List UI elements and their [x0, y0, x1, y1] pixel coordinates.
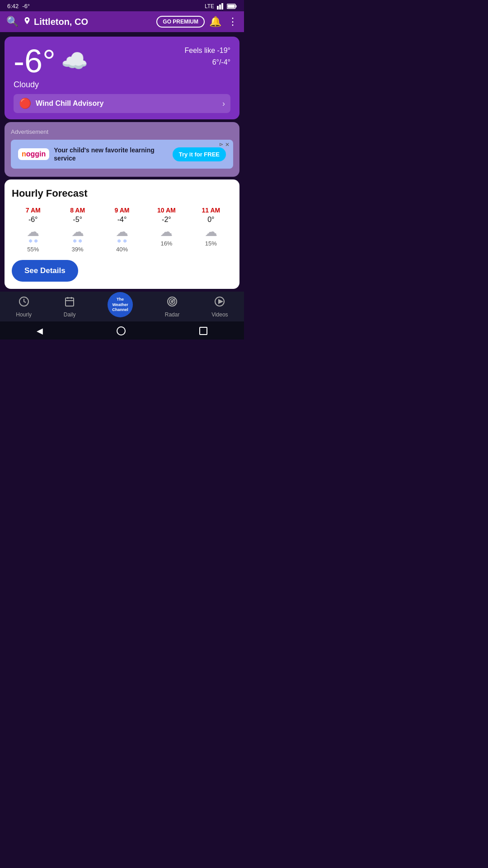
hour-precip: 40% [116, 246, 128, 253]
hourly-item: 7 AM-6°☁❄ ❄55% [12, 207, 54, 253]
svg-marker-0 [217, 6, 219, 9]
svg-rect-7 [66, 298, 74, 306]
nav-item-radar[interactable]: Radar [165, 296, 180, 318]
videos-play-icon [214, 296, 225, 310]
hourly-item: 11 AM0°☁15% [190, 207, 232, 253]
hour-precip: 39% [72, 246, 84, 253]
hour-precip: 16% [160, 240, 172, 247]
hour-label: 11 AM [202, 207, 220, 214]
hourly-item: 9 AM-4°☁❄ ❄40% [101, 207, 143, 253]
location-display[interactable]: Littleton, CO [23, 17, 152, 27]
hourly-item: 8 AM-5°☁❄ ❄39% [56, 207, 99, 253]
ad-text: Your child's new favorite learning servi… [54, 146, 172, 162]
hour-cloud-icon: ☁ [205, 226, 217, 238]
hourly-grid: 7 AM-6°☁❄ ❄55%8 AM-5°☁❄ ❄39%9 AM-4°☁❄ ❄4… [12, 207, 232, 253]
feels-like: Feels like -19° [184, 45, 230, 57]
header-action-icons: 🔔 ⋮ [209, 16, 238, 28]
high-low: 6°/-4° [184, 57, 230, 68]
ad-close-icon[interactable]: ✕ [225, 142, 230, 148]
current-temperature: -6° [14, 45, 56, 77]
location-icon [23, 17, 31, 26]
ad-flag-icon: ⊳ [219, 142, 223, 147]
ad-cta-button[interactable]: Try it for FREE [173, 147, 226, 161]
daily-calendar-icon [64, 296, 75, 310]
hour-label: 7 AM [26, 207, 41, 214]
lte-indicator: LTE [205, 3, 214, 9]
android-navigation-bar: ◀ [0, 321, 244, 340]
hourly-item: 10 AM-2°☁16% [145, 207, 188, 253]
hour-label: 10 AM [157, 207, 176, 214]
hour-temp: 0° [207, 216, 214, 224]
hourly-forecast-title: Hourly Forecast [12, 188, 232, 199]
hour-label: 8 AM [70, 207, 85, 214]
hour-temp: -2° [162, 216, 171, 224]
hourly-clock-icon [19, 296, 29, 310]
status-bar: 6:42 -6° LTE [0, 0, 244, 11]
weather-condition-label: Cloudy [14, 80, 230, 90]
current-weather-card: -6° ☁️ Feels like -19° 6°/-4° Cloudy 🔴 W… [5, 37, 239, 119]
android-back-button[interactable]: ◀ [37, 326, 43, 336]
weather-channel-home-button[interactable]: TheWeatherChannel [108, 292, 133, 317]
battery-icon [227, 4, 237, 9]
nav-hourly-label: Hourly [16, 311, 32, 318]
hour-temp: -6° [28, 216, 38, 224]
noggin-logo: noggin [18, 148, 49, 160]
ad-label: Advertisement [11, 128, 233, 135]
hour-temp: -4° [117, 216, 127, 224]
nav-item-hourly[interactable]: Hourly [16, 296, 32, 318]
go-premium-button[interactable]: GO PREMIUM [156, 16, 205, 28]
see-details-button[interactable]: See Details [12, 260, 78, 282]
more-options-icon[interactable]: ⋮ [228, 16, 238, 28]
snow-icon: ❄ ❄ [73, 238, 82, 244]
snow-icon: ❄ ❄ [28, 238, 38, 244]
advertisement-section: Advertisement noggin Your child's new fa… [5, 122, 239, 177]
advisory-banner[interactable]: 🔴 Wind Chill Advisory › [14, 94, 230, 113]
ad-banner[interactable]: noggin Your child's new favorite learnin… [11, 140, 233, 169]
android-home-button[interactable] [117, 326, 126, 335]
bottom-navigation: Hourly Daily TheWeatherChannel Radar [0, 292, 244, 321]
advisory-chevron-icon: › [222, 99, 225, 108]
hour-label: 9 AM [115, 207, 130, 214]
nav-daily-label: Daily [64, 311, 76, 318]
status-time: 6:42 [7, 3, 19, 9]
nav-item-videos[interactable]: Videos [211, 296, 228, 318]
svg-rect-5 [228, 5, 235, 8]
app-header: 🔍 Littleton, CO GO PREMIUM 🔔 ⋮ [0, 11, 244, 32]
nav-radar-label: Radar [165, 311, 180, 318]
status-temp: -6° [22, 3, 30, 9]
nav-item-daily[interactable]: Daily [64, 296, 76, 318]
weather-condition-icon: ☁️ [61, 48, 88, 74]
android-recents-button[interactable] [199, 327, 207, 335]
signal-icon [217, 3, 224, 9]
nav-videos-label: Videos [211, 311, 228, 318]
hour-precip: 55% [27, 246, 39, 253]
svg-marker-16 [219, 300, 222, 303]
radar-icon [167, 296, 178, 310]
nav-item-home[interactable]: TheWeatherChannel [108, 297, 133, 317]
location-name: Littleton, CO [34, 17, 88, 27]
search-icon[interactable]: 🔍 [6, 16, 19, 28]
advisory-warning-icon: 🔴 [19, 98, 31, 109]
svg-marker-2 [221, 3, 223, 9]
hourly-forecast-section: Hourly Forecast 7 AM-6°☁❄ ❄55%8 AM-5°☁❄ … [5, 179, 239, 289]
hour-precip: 15% [205, 240, 217, 247]
snow-icon: ❄ ❄ [117, 238, 127, 244]
hour-temp: -5° [73, 216, 82, 224]
svg-rect-4 [236, 5, 237, 7]
hour-cloud-icon: ☁ [71, 226, 84, 238]
hour-cloud-icon: ☁ [160, 226, 173, 238]
hour-cloud-icon: ☁ [116, 226, 128, 238]
notification-icon[interactable]: 🔔 [209, 16, 221, 28]
svg-marker-1 [219, 5, 221, 9]
hour-cloud-icon: ☁ [27, 226, 39, 238]
advisory-text: Wind Chill Advisory [36, 99, 218, 108]
